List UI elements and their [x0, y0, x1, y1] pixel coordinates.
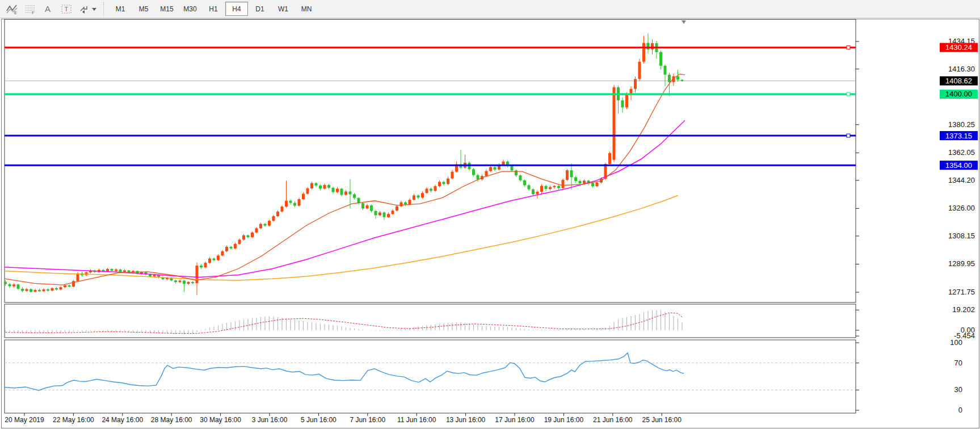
- rsi-axis-label: 100: [950, 338, 962, 347]
- price-tick-label: 1289.95: [948, 259, 975, 268]
- time-tick-label: 21 Jun 16:00: [593, 416, 633, 424]
- price-label-1354.00: 1354.00: [945, 161, 972, 170]
- time-tick-label: 5 Jun 16:00: [301, 416, 337, 424]
- price-axis[interactable]: 1434.151416.301380.251362.051344.201326.…: [856, 37, 978, 296]
- time-tick-label: 22 May 16:00: [53, 416, 94, 424]
- time-tick-label: 24 May 16:00: [102, 416, 143, 424]
- time-tick-label: 3 Jun 16:00: [252, 416, 288, 424]
- pane-borders: [5, 19, 856, 413]
- rsi-axis-label: 0: [958, 406, 962, 414]
- hline-handle[interactable]: [847, 92, 850, 96]
- rsi-pane[interactable]: [5, 340, 856, 413]
- time-tick-label: 17 Jun 16:00: [495, 416, 535, 424]
- hline-handle[interactable]: [847, 134, 850, 137]
- mt4-terminal: { "toolbar": { "icon_buttons": [ {"name"…: [0, 0, 980, 429]
- macd-pane[interactable]: [5, 304, 856, 338]
- price-label-1430.24: 1430.24: [945, 43, 972, 52]
- main-pane[interactable]: [5, 19, 856, 302]
- time-tick-label: 28 May 16:00: [151, 416, 192, 424]
- time-tick-label: 13 Jun 16:00: [446, 416, 486, 424]
- price-tick-label: 1362.05: [948, 148, 975, 157]
- time-tick-label: 20 May 2019: [5, 416, 44, 424]
- price-tick-label: 1344.20: [948, 176, 975, 184]
- price-label-1400.00: 1400.00: [945, 90, 972, 98]
- price-tick-label: 1380.25: [948, 120, 975, 129]
- time-tick-label: 7 Jun 16:00: [350, 416, 385, 424]
- rsi-axis-label: 30: [954, 385, 962, 394]
- rsi-axis-label: 70: [954, 359, 962, 367]
- time-tick-label: 11 Jun 16:00: [397, 416, 436, 424]
- price-tick-label: 1308.15: [948, 232, 975, 240]
- time-tick-label: 30 May 16:00: [200, 416, 241, 424]
- price-tick-label: 1326.00: [948, 204, 975, 212]
- hline-handle[interactable]: [847, 46, 850, 49]
- price-tick-label: 1416.30: [948, 65, 975, 73]
- time-tick-label: 19 Jun 16:00: [544, 416, 584, 424]
- price-label-1408.62: 1408.62: [945, 77, 972, 85]
- macd-axis-label: 19.202: [952, 305, 975, 314]
- time-tick-label: 25 Jun 16:00: [642, 416, 682, 424]
- price-label-1373.15: 1373.15: [945, 132, 972, 140]
- time-axis[interactable]: 20 May 201922 May 16:0024 May 16:0028 Ma…: [5, 413, 682, 424]
- chart-canvas[interactable]: 1434.151416.301380.251362.051344.201326.…: [0, 0, 980, 429]
- price-tick-label: 1271.75: [948, 288, 975, 296]
